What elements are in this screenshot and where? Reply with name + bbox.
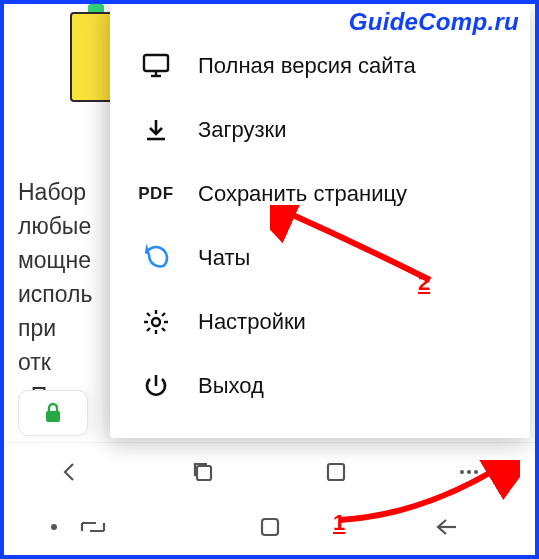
annotation-label-1: 1 [333, 510, 345, 536]
device-navbar [4, 498, 535, 556]
menu-item-label: Загрузки [198, 117, 287, 143]
nav-dot [24, 507, 84, 547]
watermark-text: GuideComp.ru [349, 8, 519, 36]
menu-item-downloads[interactable]: Загрузки [110, 98, 530, 162]
nav-home[interactable] [240, 507, 300, 547]
svg-rect-16 [197, 466, 211, 480]
menu-item-save-page[interactable]: PDF Сохранить страницу [110, 162, 530, 226]
power-icon [136, 373, 176, 399]
chat-icon [136, 244, 176, 272]
svg-rect-0 [46, 411, 60, 422]
pdf-icon: PDF [136, 184, 176, 204]
browser-toolbar [4, 442, 535, 500]
toolbar-menu[interactable] [439, 452, 499, 492]
menu-item-settings[interactable]: Настройки [110, 290, 530, 354]
svg-point-6 [152, 318, 160, 326]
svg-line-12 [162, 328, 165, 331]
annotation-label-2: 2 [418, 270, 430, 296]
monitor-icon [136, 53, 176, 79]
menu-item-label: Сохранить страницу [198, 181, 407, 207]
menu-item-label: Настройки [198, 309, 306, 335]
toolbar-back[interactable] [40, 452, 100, 492]
lock-icon [44, 402, 62, 424]
browser-menu: Полная версия сайта Загрузки PDF Сохрани… [110, 4, 530, 438]
svg-point-23 [51, 524, 57, 530]
svg-line-11 [147, 313, 150, 316]
svg-line-13 [147, 328, 150, 331]
svg-point-19 [467, 470, 471, 474]
nav-back[interactable] [417, 507, 477, 547]
address-bar-lock[interactable] [18, 390, 88, 436]
menu-item-chats[interactable]: Чаты [110, 226, 530, 290]
svg-rect-17 [328, 464, 344, 480]
menu-item-label: Выход [198, 373, 264, 399]
menu-item-label: Чаты [198, 245, 250, 271]
svg-line-14 [162, 313, 165, 316]
svg-point-20 [474, 470, 478, 474]
toolbar-tabcount[interactable] [306, 452, 366, 492]
svg-point-18 [460, 470, 464, 474]
gear-icon [136, 308, 176, 336]
menu-item-label: Полная версия сайта [198, 53, 416, 79]
toolbar-tabs[interactable] [173, 452, 233, 492]
svg-rect-21 [262, 519, 278, 535]
download-icon [136, 117, 176, 143]
page-body-text: Набор любые мощне исполь при отк «Пане [18, 175, 88, 413]
menu-item-desktop-site[interactable]: Полная версия сайта [110, 34, 530, 98]
menu-item-exit[interactable]: Выход [110, 354, 530, 418]
svg-rect-1 [144, 55, 168, 71]
